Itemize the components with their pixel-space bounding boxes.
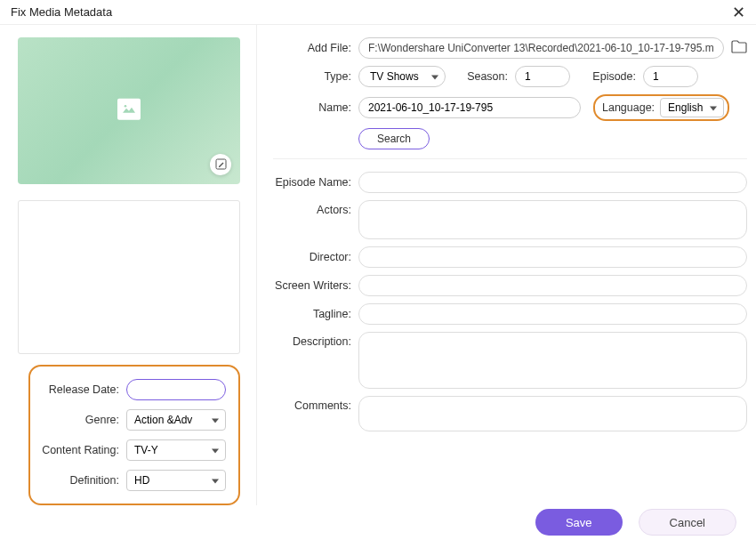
content-rating-select[interactable]: TV-Y <box>126 439 226 461</box>
release-date-input[interactable] <box>126 379 226 400</box>
browse-file-button[interactable] <box>731 40 747 56</box>
window-title: Fix Media Metadata <box>11 5 112 19</box>
comments-label: Comments: <box>273 396 358 412</box>
actors-input[interactable] <box>358 200 747 239</box>
actors-label: Actors: <box>273 200 358 216</box>
divider <box>273 158 747 159</box>
name-input[interactable] <box>358 97 581 118</box>
content-rating-label: Content Rating: <box>37 444 126 456</box>
episode-name-label: Episode Name: <box>273 176 358 189</box>
type-select[interactable]: TV Shows <box>358 66 446 87</box>
season-input[interactable] <box>515 66 570 87</box>
episode-name-input[interactable] <box>358 172 747 193</box>
director-input[interactable] <box>358 246 747 268</box>
add-file-label: Add File: <box>273 42 358 54</box>
left-panel: Release Date: Genre: Action &Adv Content… <box>0 25 257 505</box>
comments-input[interactable] <box>358 396 747 431</box>
screen-writers-input[interactable] <box>358 275 747 296</box>
svg-point-1 <box>125 105 127 108</box>
media-thumbnail <box>18 37 240 184</box>
cancel-button[interactable]: Cancel <box>639 509 736 536</box>
folder-icon <box>731 40 747 53</box>
secondary-preview <box>18 200 240 354</box>
language-group: Language: English <box>593 94 729 121</box>
image-placeholder-icon <box>117 99 141 120</box>
right-panel: Add File: F:\Wondershare UniConverter 13… <box>257 25 756 505</box>
pencil-icon <box>215 158 227 170</box>
edit-thumbnail-button[interactable] <box>210 154 231 175</box>
episode-input[interactable] <box>643 66 698 87</box>
episode-label: Episode: <box>588 70 643 83</box>
file-path-field[interactable]: F:\Wondershare UniConverter 13\Recorded\… <box>358 37 724 59</box>
search-button[interactable]: Search <box>358 128 430 149</box>
save-button[interactable]: Save <box>535 509 623 536</box>
definition-label: Definition: <box>37 474 126 487</box>
svg-rect-0 <box>121 103 137 116</box>
release-date-label: Release Date: <box>37 383 126 396</box>
language-label: Language: <box>602 101 660 114</box>
name-label: Name: <box>273 101 358 114</box>
type-label: Type: <box>273 70 358 83</box>
screen-writers-label: Screen Writers: <box>273 279 358 292</box>
tagline-input[interactable] <box>358 303 747 325</box>
definition-select[interactable]: HD <box>126 470 226 491</box>
genre-label: Genre: <box>37 414 126 426</box>
season-label: Season: <box>460 70 515 83</box>
tagline-label: Tagline: <box>273 308 358 320</box>
close-icon[interactable]: ✕ <box>732 4 745 20</box>
director-label: Director: <box>273 251 358 263</box>
description-label: Description: <box>273 332 358 348</box>
footer-buttons: Save Cancel <box>535 509 736 536</box>
titlebar: Fix Media Metadata ✕ <box>0 0 756 25</box>
description-input[interactable] <box>358 332 747 389</box>
language-select[interactable]: English <box>660 98 724 117</box>
left-metadata-group: Release Date: Genre: Action &Adv Content… <box>28 365 240 505</box>
genre-select[interactable]: Action &Adv <box>126 409 226 431</box>
